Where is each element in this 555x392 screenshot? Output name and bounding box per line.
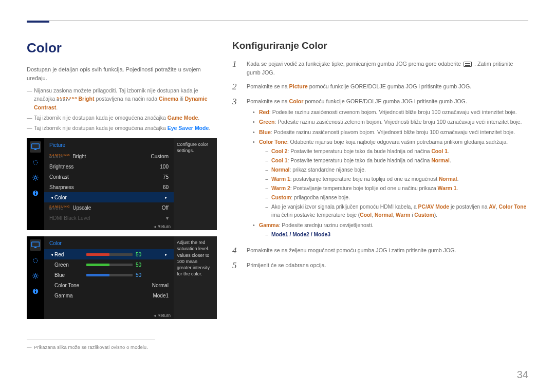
step-3: 3 Pomaknite se na Color pomoću funkcije … [232, 97, 528, 241]
row-label: Sharpness [49, 184, 74, 190]
chevron-right-icon: ▸ [165, 252, 167, 257]
note1-f: . [56, 104, 58, 110]
step-number: 4 [232, 246, 240, 256]
note1-c: Cinema [159, 96, 178, 102]
osd-row: SAMSUNGMAGICBright Custom [44, 151, 174, 161]
step1-a: Kada se pojavi vodič za funkcijske tipke… [247, 61, 462, 67]
steps-list: 1 Kada se pojavi vodič za funkcijske tip… [232, 60, 528, 270]
row-label: Color [54, 195, 163, 200]
svg-rect-12 [35, 291, 36, 293]
footnote: Prikazana slika može se razlikovati ovis… [27, 344, 217, 350]
row-value: 100 [160, 164, 169, 170]
svg-rect-6 [35, 191, 36, 192]
osd-main: Picture SAMSUNGMAGICBright Custom Bright… [44, 138, 174, 230]
slider-green [86, 264, 133, 266]
list-item: Ako je vanjski izvor signala priključen … [265, 203, 528, 219]
step3-c: pomoću funkcije GORE/DOLJE gumba JOG i p… [303, 98, 467, 104]
step3-a: Pomaknite se na [247, 98, 289, 104]
step-1: 1 Kada se pojavi vodič za funkcijske tip… [232, 60, 528, 77]
osd-return: Return [154, 224, 171, 229]
target-icon [30, 255, 41, 266]
target-icon [30, 157, 41, 168]
row-label: Bright [72, 154, 86, 159]
chevron-down-icon: ▾ [166, 215, 169, 221]
osd-title: Picture [44, 141, 174, 151]
intro-text: Dostupan je detaljan opis svih funkcija.… [27, 65, 217, 82]
step-number: 5 [232, 261, 240, 271]
note3-b: Eye Saver Mode [168, 125, 209, 131]
note1-d: ili [180, 96, 185, 102]
row-value: 50 [136, 272, 141, 278]
svg-point-3 [34, 177, 36, 179]
svg-rect-0 [31, 144, 39, 148]
osd-return: Return [154, 313, 171, 318]
step-number: 3 [232, 97, 240, 107]
svg-rect-8 [34, 247, 36, 248]
slider-blue [86, 274, 133, 276]
osd-row: Contrast75 [44, 172, 174, 182]
row-value: 75 [163, 174, 169, 180]
osd-tooltip: Adjust the red saturation level. Values … [174, 236, 217, 319]
step-number: 1 [232, 60, 240, 69]
row-label: Brightness [49, 164, 73, 170]
sub-list: Cool 2: Postavite temperaturu boje tako … [265, 147, 528, 219]
list-item: Gamma: Podesite srednju razinu osvijetlj… [253, 221, 528, 239]
osd-title: Color [44, 239, 174, 249]
osd-row: Sharpness60 [44, 182, 174, 192]
step4-body: Pomaknite se na željenu mogućnost pomoću… [247, 246, 528, 255]
note2-c: . [198, 115, 199, 121]
left-column: Color Dostupan je detaljan opis svih fun… [27, 40, 217, 350]
osd-row-disabled: HDMI Black Level▾ [44, 213, 174, 223]
osd-sidebar [27, 236, 44, 319]
right-column: Konfiguriranje Color 1 Kada se pojavi vo… [232, 40, 528, 350]
step2-c: pomoću funkcije GORE/DOLJE gumba JOG i p… [308, 83, 471, 89]
list-item: Cool 2: Postavite temperaturu boje tako … [265, 147, 528, 156]
list-item: Green: Podesite razinu zasićenosti zelen… [253, 118, 528, 126]
list-item: Color Tone: Odaberite nijansu boje koja … [253, 138, 528, 219]
list-item: Mode1 / Mode2 / Mode3 [265, 231, 528, 239]
row-label: Green [54, 262, 83, 268]
slider-red [86, 253, 133, 256]
list-item: Custom: prilagodba nijanse boje. [265, 194, 528, 202]
list-item: Normal: prikaz standardne nijanse boje. [265, 166, 528, 174]
row-value: Custom [151, 154, 169, 159]
sub-list: Mode1 / Mode2 / Mode3 [265, 231, 528, 239]
step-2: 2 Pomaknite se na Picture pomoću funkcij… [232, 82, 528, 92]
osd-row: GammaMode1 [44, 290, 174, 301]
row-value: 60 [163, 184, 169, 190]
chevron-left-icon: ◂ [51, 195, 53, 200]
note-2: Taj izbornik nije dostupan kada je omogu… [27, 114, 217, 122]
osd-row: SAMSUNGMAGICUpscaleOff [44, 202, 174, 213]
osd-row: Blue 50 [44, 270, 174, 280]
osd-picture: Picture SAMSUNGMAGICBright Custom Bright… [27, 138, 217, 230]
magic-tag: SAMSUNGMAGIC [57, 97, 78, 101]
header-rule [27, 21, 528, 28]
note1-b: postavljena na način rada [96, 96, 159, 102]
osd-sidebar [27, 138, 44, 230]
osd-row-selected: ◂ Red 50 ▸ [44, 249, 174, 259]
row-label: Upscale [72, 205, 91, 211]
step-5: 5 Primijenit će se odabrana opcija. [232, 261, 528, 271]
step2-a: Pomaknite se na [247, 83, 289, 89]
monitor-icon [30, 141, 41, 153]
svg-rect-7 [31, 242, 39, 247]
note-3: Taj izbornik nije dostupan kada je omogu… [27, 124, 217, 132]
svg-point-10 [34, 275, 36, 277]
svg-rect-13 [35, 289, 36, 290]
osd-row: Green 50 [44, 259, 174, 270]
list-item: Cool 1: Postavite temperaturu boje tako … [265, 157, 528, 165]
row-label: HDMI Black Level [49, 215, 90, 221]
step5-body: Primijenit će se odabrana opcija. [247, 261, 528, 270]
row-label: Color Tone [49, 283, 79, 288]
osd-tooltip: Configure color settings. [174, 138, 217, 230]
svg-point-2 [33, 160, 37, 164]
note2-a: Taj izbornik nije dostupan kada je omogu… [34, 115, 168, 121]
row-label: Contrast [49, 174, 69, 180]
gear-icon [30, 172, 41, 183]
osd-row: Brightness100 [44, 161, 174, 172]
note3-c: . [209, 125, 210, 131]
note3-a: Taj izbornik nije dostupan kada je omogu… [34, 125, 168, 131]
chevron-right-icon: ▸ [165, 195, 167, 200]
note1-bright: Bright [79, 96, 95, 102]
page-number: 34 [517, 369, 528, 381]
